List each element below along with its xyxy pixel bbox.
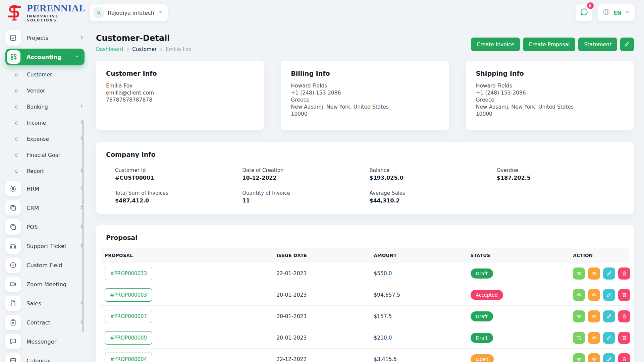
eye-icon: [591, 335, 597, 341]
company-selector[interactable]: Rajodiya infotech: [90, 4, 168, 21]
messages-button[interactable]: 0: [576, 4, 592, 21]
trash-icon: [622, 356, 627, 362]
sidebar-scrollbar[interactable]: [82, 120, 84, 332]
proposal-row: #PROP00000422-12-2022$3,415.5Open: [101, 349, 629, 362]
sidebar-item-report[interactable]: Report: [5, 164, 85, 178]
sidebar-item-income[interactable]: Income: [5, 116, 85, 130]
proposal-link[interactable]: #PROP000004: [105, 353, 152, 362]
main-content: Customer-Detail Dashboard › Customer › E…: [85, 25, 644, 362]
sidebar-item-pos[interactable]: POS: [5, 219, 85, 235]
delete-button[interactable]: [618, 353, 630, 362]
edit-button[interactable]: [603, 267, 615, 280]
edit-button[interactable]: [603, 332, 615, 344]
sidebar-item-messenger[interactable]: Messenger: [5, 333, 85, 350]
sidebar-item-label: Report: [27, 168, 79, 174]
preview-button[interactable]: [588, 289, 600, 301]
language-selector[interactable]: EN: [598, 4, 635, 21]
sidebar-item-customer[interactable]: Customer: [5, 68, 85, 81]
eye-icon: [576, 292, 582, 298]
card-title: Company Info: [106, 151, 624, 158]
view-button[interactable]: [573, 310, 585, 322]
sidebar-item-banking[interactable]: Banking: [5, 100, 85, 114]
shipping-info-line: New Aasamj, New York, United States: [476, 104, 624, 111]
billing-info-line: New Aasamj, New York, United States: [291, 104, 439, 111]
delete-button[interactable]: [618, 289, 630, 301]
breadcrumb-dashboard[interactable]: Dashboard: [96, 46, 123, 52]
view-button[interactable]: [573, 267, 585, 280]
edit-button[interactable]: [603, 310, 615, 322]
sidebar-item-zoom-meeting[interactable]: Zoom Meeting: [5, 276, 85, 293]
amount: $210.0: [370, 335, 466, 341]
card-title: Customer Info: [106, 70, 254, 77]
breadcrumb-customer[interactable]: Customer: [132, 46, 157, 52]
shipping-info-line: 10000: [476, 111, 624, 118]
statement-button[interactable]: Statement: [578, 38, 617, 51]
preview-button[interactable]: [588, 332, 600, 344]
eye-icon: [576, 356, 582, 362]
convert-button[interactable]: [573, 332, 585, 344]
column-header-action: ACTION: [569, 248, 629, 263]
status-badge: Open: [471, 354, 494, 362]
sidebar-item-label: Calendar: [26, 358, 85, 362]
stat-value: $487,412.0: [115, 197, 242, 204]
preview-button[interactable]: [588, 353, 600, 362]
preview-button[interactable]: [588, 310, 600, 322]
app-root: PERENNIAL INNOVATIVE SOLUTIONS Rajodiya …: [0, 0, 644, 362]
edit-customer-button[interactable]: [620, 38, 634, 51]
edit-button[interactable]: [603, 353, 615, 362]
sidebar-item-hrm[interactable]: HRM: [5, 180, 85, 197]
sidebar-item-projects[interactable]: Projects: [5, 29, 85, 46]
stat-label: Overdue: [497, 167, 624, 173]
proposal-link[interactable]: #PROP000009: [105, 331, 152, 345]
billing-info-card: Billing Info Howard Fields+1 (248) 153-2…: [281, 61, 449, 130]
proposal-link[interactable]: #PROP000013: [105, 267, 152, 280]
sidebar-item-sales[interactable]: Sales: [5, 295, 85, 312]
ring-icon: [14, 121, 19, 125]
row-actions: [569, 353, 630, 362]
sidebar-item-contract[interactable]: Contract: [5, 314, 85, 331]
calendar-icon: [5, 353, 21, 362]
eye-icon: [591, 313, 597, 319]
sidebar-item-custom-field[interactable]: Custom Field: [5, 257, 85, 274]
preview-button[interactable]: [588, 267, 600, 280]
sidebar-item-crm[interactable]: CRM: [5, 199, 85, 216]
shipping-info-card: Shipping Info Howard Fields+1 (248) 153-…: [466, 61, 634, 130]
sidebar-item-support-ticket[interactable]: Support Ticket: [5, 238, 85, 254]
view-button[interactable]: [573, 353, 585, 362]
trash-icon: [622, 313, 627, 319]
sidebar-item-accounting[interactable]: Accounting: [5, 49, 85, 65]
sidebar: ProjectsAccountingCustomerVendorBankingI…: [0, 25, 85, 362]
sidebar-item-expense[interactable]: Expense: [5, 132, 85, 146]
create-invoice-button[interactable]: Create Invoice: [471, 38, 520, 51]
sidebar-item-vendor[interactable]: Vendor: [5, 84, 85, 98]
ring-icon: [14, 153, 19, 157]
pencil-icon: [624, 41, 630, 48]
brand-logo[interactable]: PERENNIAL INNOVATIVE SOLUTIONS: [5, 3, 90, 22]
chevron-down-icon: [74, 54, 80, 61]
delete-button[interactable]: [618, 332, 630, 344]
avatar: [93, 7, 104, 18]
message-icon: [5, 334, 21, 349]
chevron-right-icon: [79, 103, 85, 110]
edit-icon: [606, 270, 612, 276]
proposal-link[interactable]: #PROP000003: [105, 288, 152, 302]
sidebar-item-calendar[interactable]: Calendar: [5, 352, 85, 362]
chevron-right-icon: ›: [126, 47, 129, 52]
edit-icon: [606, 356, 612, 362]
create-proposal-button[interactable]: Create Proposal: [523, 38, 575, 51]
view-button[interactable]: [573, 289, 585, 301]
chevron-right-icon: ›: [160, 47, 162, 52]
brand-mark-icon: [5, 5, 23, 21]
proposal-table: PROPOSALISSUE DATEAMOUNTSTATUSACTION#PRO…: [101, 248, 629, 362]
stat-value: $187,202.5: [497, 175, 624, 181]
edit-button[interactable]: [603, 289, 615, 301]
stat-label: Balance: [370, 167, 497, 173]
proposal-link[interactable]: #PROP000007: [105, 310, 152, 323]
chevron-down-icon: [158, 9, 163, 16]
delete-button[interactable]: [618, 267, 630, 280]
issue-date: 20-01-2023: [272, 292, 370, 298]
sidebar-item-label: Customer: [27, 72, 85, 78]
column-header-proposal: PROPOSAL: [101, 248, 272, 263]
delete-button[interactable]: [618, 310, 630, 322]
sidebar-item-finacial-goal[interactable]: Finacial Goal: [5, 148, 85, 162]
